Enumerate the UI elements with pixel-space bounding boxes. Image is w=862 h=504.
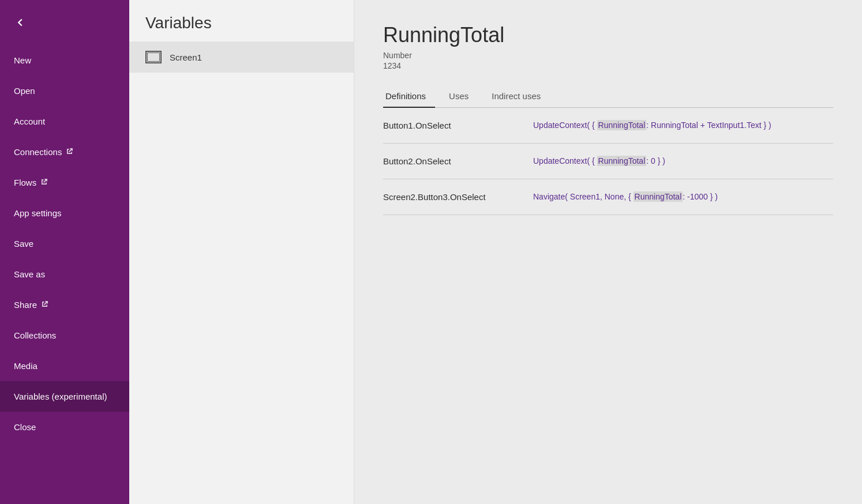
external-link-icon [66, 148, 73, 156]
sidebar-item-save-as[interactable]: Save as [0, 259, 129, 289]
external-link-icon [41, 179, 47, 186]
sidebar-item-account[interactable]: Account [0, 106, 129, 137]
definition-label: Button2.OnSelect [383, 156, 510, 166]
variable-name: RunningTotal [383, 23, 833, 47]
tab-uses[interactable]: Uses [447, 86, 478, 108]
sidebar-item-label: Collections [14, 330, 56, 340]
sidebar-item-new[interactable]: New [0, 45, 129, 76]
sidebar-item-collections[interactable]: Collections [0, 320, 129, 351]
screen-item-screen1[interactable]: Screen1 [129, 42, 354, 73]
variable-type: Number [383, 51, 833, 60]
definition-row: Button1.OnSelectUpdateContext( { Running… [383, 108, 833, 144]
sidebar-item-variables[interactable]: Variables (experimental) [0, 381, 129, 412]
sidebar-item-share[interactable]: Share [0, 289, 129, 320]
definition-formula[interactable]: UpdateContext( { RunningTotal: 0 } ) [533, 156, 665, 166]
formula-highlight: RunningTotal [634, 191, 683, 202]
sidebar-item-label: Save [14, 239, 33, 249]
sidebar: NewOpenAccountConnectionsFlowsApp settin… [0, 0, 129, 504]
tab-indirect-uses[interactable]: Indirect uses [489, 86, 550, 108]
definition-formula[interactable]: Navigate( Screen1, None, { RunningTotal:… [533, 192, 718, 201]
sidebar-item-label: App settings [14, 208, 62, 218]
sidebar-item-flows[interactable]: Flows [0, 167, 129, 198]
sidebar-item-label: Account [14, 116, 45, 126]
variable-value: 1234 [383, 61, 833, 70]
main-content: RunningTotal Number 1234 DefinitionsUses… [354, 0, 862, 504]
sidebar-item-label: New [14, 55, 31, 65]
sidebar-item-label: Connections [14, 147, 62, 157]
screen-name: Screen1 [170, 52, 202, 62]
sidebar-item-label: Media [14, 361, 38, 371]
sidebar-item-label: Close [14, 422, 36, 432]
definition-row: Button2.OnSelectUpdateContext( { Running… [383, 144, 833, 179]
definitions-area: Button1.OnSelectUpdateContext( { Running… [383, 108, 833, 215]
definition-formula[interactable]: UpdateContext( { RunningTotal: RunningTo… [533, 121, 771, 130]
definition-label: Screen2.Button3.OnSelect [383, 192, 510, 202]
tabs-bar: DefinitionsUsesIndirect uses [383, 86, 833, 108]
formula-highlight: RunningTotal [597, 156, 647, 166]
sidebar-item-connections[interactable]: Connections [0, 137, 129, 167]
sidebar-item-label: Share [14, 300, 37, 310]
tab-definitions[interactable]: Definitions [383, 86, 435, 108]
sidebar-item-open[interactable]: Open [0, 76, 129, 106]
screen-icon [145, 51, 162, 63]
back-icon [14, 16, 27, 29]
external-link-icon [42, 301, 48, 309]
panel-title: Variables [145, 14, 338, 32]
sidebar-item-label: Open [14, 86, 35, 96]
sidebar-item-app-settings[interactable]: App settings [0, 198, 129, 228]
formula-highlight: RunningTotal [597, 120, 647, 130]
sidebar-item-close[interactable]: Close [0, 412, 129, 442]
sidebar-item-label: Flows [14, 178, 36, 187]
back-button[interactable] [0, 0, 129, 45]
middle-panel: Variables Screen1 [129, 0, 354, 504]
sidebar-item-label: Save as [14, 269, 45, 279]
sidebar-item-save[interactable]: Save [0, 228, 129, 259]
middle-header: Variables [129, 0, 354, 42]
definition-label: Button1.OnSelect [383, 121, 510, 130]
definition-row: Screen2.Button3.OnSelectNavigate( Screen… [383, 179, 833, 215]
sidebar-item-media[interactable]: Media [0, 351, 129, 381]
sidebar-item-label: Variables (experimental) [14, 392, 107, 401]
